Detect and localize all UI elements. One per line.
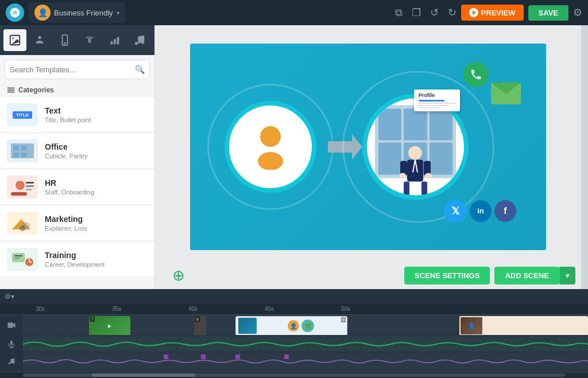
category-item-text[interactable]: TITLE Text Title, Bullet point [0, 98, 154, 133]
svg-rect-17 [21, 153, 27, 157]
svg-rect-15 [21, 146, 27, 150]
add-scene-group: ADD SCENE ▾ [494, 267, 575, 285]
video-clip-4[interactable]: 👤 [459, 316, 588, 335]
timeline-area: ⚙▾ 30s 35s 40s 45s 50s ▶ 7 8 [0, 289, 588, 378]
timeline-scrollbar-track [23, 373, 565, 377]
theme-dropdown-arrow: ▾ [117, 10, 119, 16]
categories-label: Categories [18, 86, 54, 94]
category-name-marketing: Marketing [45, 215, 148, 224]
timeline-scrollbar[interactable] [0, 373, 588, 378]
linkedin-icon: in [470, 200, 492, 222]
category-thumb-text: TITLE [7, 103, 38, 126]
svg-point-18 [16, 181, 25, 190]
svg-point-9 [141, 41, 145, 44]
music-track-icon [0, 353, 23, 369]
svg-point-49 [9, 363, 11, 365]
category-item-office[interactable]: Office Cubicle, Pantry [0, 134, 154, 169]
svg-rect-12 [7, 92, 14, 93]
search-bar: 🔍 [5, 60, 150, 79]
svg-point-35 [408, 146, 422, 159]
timeline-settings-btn[interactable]: ⚙▾ [5, 293, 14, 301]
video-clip-1[interactable]: ▶ 7 [89, 316, 130, 335]
tab-device[interactable] [53, 29, 76, 51]
category-item-training[interactable]: Training Career, Development [0, 242, 154, 277]
svg-point-25 [20, 225, 25, 231]
theme-selector[interactable]: 👤 Business Friendly ▾ [29, 2, 125, 23]
svg-rect-36 [407, 159, 423, 181]
svg-point-33 [258, 152, 283, 170]
scene-settings-button[interactable]: SCENE SETTINGS [404, 267, 490, 285]
email-icon [491, 83, 521, 104]
svg-point-4 [64, 43, 65, 44]
canvas-frame: Profile 𝕏 in f [190, 44, 546, 250]
save-button[interactable]: SAVE [528, 5, 568, 21]
category-info-training: Training Career, Development [45, 251, 148, 268]
nav-icons-group: ⧉ ❐ ↺ ↻ [395, 6, 457, 19]
profile-card: Profile [414, 89, 460, 111]
svg-rect-22 [26, 189, 32, 190]
social-icons: 𝕏 in f [444, 200, 516, 223]
tab-chart[interactable] [103, 29, 126, 51]
svg-point-32 [260, 126, 281, 147]
category-sub-text: Title, Bullet point [45, 116, 148, 123]
category-thumb-hr [7, 176, 38, 198]
svg-rect-27 [14, 255, 22, 256]
category-name-office: Office [45, 142, 148, 151]
category-sub-marketing: Explainer, Lists [45, 225, 148, 232]
category-name-training: Training [45, 251, 148, 260]
right-scrollbar[interactable] [581, 25, 588, 289]
phone-icon [463, 62, 489, 87]
category-item-hr[interactable]: HR Staff, Onboarding [0, 170, 154, 205]
category-sub-office: Cubicle, Pantry [45, 153, 148, 159]
music-marker-2 [201, 354, 206, 359]
categories-list: TITLE Text Title, Bullet point Office Cu… [0, 98, 154, 289]
svg-rect-14 [13, 146, 19, 150]
time-mark-50: 50s [341, 306, 350, 312]
tab-music[interactable] [129, 29, 152, 51]
theme-name: Business Friendly [54, 9, 113, 17]
svg-rect-10 [7, 88, 14, 89]
time-mark-35: 35s [112, 306, 121, 312]
category-name-text: Text [45, 106, 148, 115]
scene-background: Profile 𝕏 in f [190, 44, 546, 250]
video-track: ▶ 7 8 👤 👤 🌿 9 👤 [0, 315, 588, 336]
svg-rect-11 [7, 89, 14, 91]
preview-button[interactable]: PREVIEW [461, 5, 524, 21]
svg-rect-6 [114, 39, 116, 44]
redo-icon[interactable]: ↻ [448, 6, 457, 19]
timeline-scrollbar-thumb[interactable] [92, 373, 195, 377]
category-info-office: Office Cubicle, Pantry [45, 142, 148, 159]
audio-track-1-icon [0, 336, 23, 352]
circle-person-left [225, 101, 316, 193]
add-scene-button[interactable]: ADD SCENE [494, 267, 559, 285]
undo-icon[interactable]: ↺ [430, 6, 439, 19]
svg-rect-21 [26, 185, 34, 187]
app-logo[interactable] [6, 3, 24, 22]
categories-header: Categories [0, 84, 154, 98]
svg-point-8 [135, 42, 138, 45]
svg-rect-19 [11, 192, 27, 196]
tab-character[interactable] [29, 29, 52, 51]
waveform-purple [23, 356, 588, 367]
zoom-icon[interactable]: ⊕ [172, 267, 185, 284]
canvas-preview: Profile 𝕏 in f [155, 25, 581, 262]
tab-text[interactable] [79, 29, 102, 51]
add-scene-dropdown-button[interactable]: ▾ [559, 267, 575, 285]
svg-rect-40 [421, 181, 427, 195]
video-clip-2[interactable]: 8 [194, 316, 207, 335]
music-marker-3 [235, 354, 240, 359]
copy-icon[interactable]: ⧉ [395, 7, 403, 19]
music-track-content [23, 353, 588, 369]
search-icon: 🔍 [135, 65, 145, 74]
search-input[interactable] [10, 65, 135, 74]
tab-image[interactable] [3, 29, 26, 51]
duplicate-icon[interactable]: ❐ [412, 6, 421, 19]
category-item-marketing[interactable]: Marketing Explainer, Lists [0, 206, 154, 241]
svg-rect-39 [404, 181, 409, 195]
svg-marker-48 [13, 323, 16, 328]
settings-button[interactable]: ⚙ [573, 6, 582, 19]
svg-rect-20 [26, 182, 34, 184]
video-clip-3[interactable]: 👤 👤 🌿 9 [235, 316, 347, 335]
svg-point-44 [425, 173, 432, 178]
video-track-icon [0, 315, 23, 335]
